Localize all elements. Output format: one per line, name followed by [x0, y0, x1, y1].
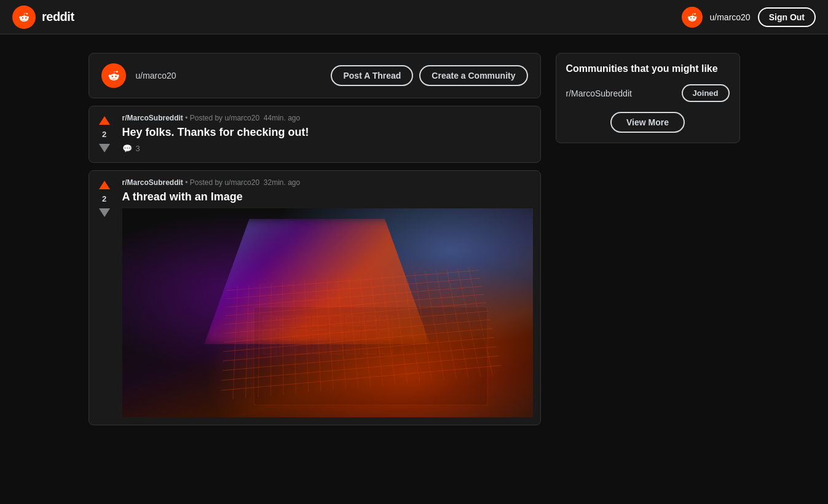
communities-title: Communities that you might like	[566, 63, 730, 74]
comment-icon: 💬	[122, 144, 132, 153]
post-inner: 2 r/MarcoSubreddit • Posted by u/marco20…	[89, 106, 540, 162]
downvote-icon-2	[99, 208, 110, 217]
post-meta: r/MarcoSubreddit • Posted by u/marco20 4…	[122, 114, 533, 122]
comment-count: 3	[136, 144, 140, 153]
svg-rect-24	[329, 344, 343, 354]
svg-rect-7	[313, 316, 326, 326]
navbar-right: u/marco20 Sign Out	[682, 7, 816, 28]
svg-rect-16	[329, 330, 343, 340]
reddit-wordmark: reddit	[42, 10, 74, 24]
communities-card: Communities that you might like r/MarcoS…	[556, 53, 740, 143]
community-name[interactable]: r/MarcoSubreddit	[566, 89, 632, 98]
post-title[interactable]: Hey folks. Thanks for checking out!	[122, 126, 533, 139]
post-title-2[interactable]: A thread with an Image	[122, 191, 533, 203]
downvote-button[interactable]	[97, 141, 112, 155]
svg-rect-25	[346, 344, 360, 354]
upvote-icon	[99, 116, 110, 125]
svg-rect-4	[263, 316, 277, 326]
svg-rect-21	[280, 344, 293, 354]
sign-out-button[interactable]: Sign Out	[758, 7, 816, 27]
post-image	[122, 208, 533, 417]
svg-rect-5	[280, 316, 293, 326]
post-subreddit[interactable]: r/MarcoSubreddit	[122, 114, 183, 122]
svg-rect-9	[346, 316, 360, 326]
user-avatar	[101, 63, 126, 88]
post-comments: 💬 3	[122, 144, 533, 153]
post-content-2: r/MarcoSubreddit • Posted by u/marco20 3…	[120, 171, 540, 425]
svg-rect-13	[280, 330, 293, 340]
svg-rect-19	[379, 330, 393, 340]
svg-rect-12	[263, 330, 277, 340]
post-image-container	[122, 208, 533, 417]
post-meta-2: r/MarcoSubreddit • Posted by u/marco20 3…	[122, 178, 533, 187]
svg-rect-17	[346, 330, 360, 340]
vote-count-2: 2	[102, 194, 106, 203]
upvote-button[interactable]	[97, 114, 112, 127]
svg-rect-14	[296, 330, 310, 340]
upvote-icon-2	[99, 181, 110, 189]
navbar-avatar	[682, 7, 703, 28]
community-row: r/MarcoSubreddit Joined	[566, 84, 730, 102]
header-actions: Post A Thread Create a Community	[331, 65, 527, 86]
navbar-left: reddit	[12, 6, 74, 29]
upvote-button-2[interactable]	[97, 178, 112, 192]
create-community-button[interactable]: Create a Community	[419, 65, 527, 86]
svg-rect-10	[363, 316, 376, 326]
svg-rect-27	[379, 344, 393, 354]
post-card-image: 2 r/MarcoSubreddit • Posted by u/marco20…	[89, 170, 541, 425]
post-thread-button[interactable]: Post A Thread	[331, 65, 413, 86]
svg-rect-22	[296, 344, 310, 354]
header-bar-username: u/marco20	[136, 71, 321, 81]
user-header-bar: u/marco20 Post A Thread Create a Communi…	[89, 53, 541, 98]
post-inner-image: 2 r/MarcoSubreddit • Posted by u/marco20…	[89, 171, 540, 425]
reddit-logo-icon[interactable]	[12, 6, 36, 29]
post-subreddit-2[interactable]: r/MarcoSubreddit	[122, 178, 183, 187]
vote-column-2: 2	[89, 171, 120, 227]
sidebar: Communities that you might like r/MarcoS…	[556, 53, 740, 143]
svg-rect-8	[329, 316, 343, 326]
svg-rect-23	[313, 344, 326, 354]
post-content: r/MarcoSubreddit • Posted by u/marco20 4…	[120, 106, 540, 160]
navbar-username: u/marco20	[710, 12, 751, 22]
svg-rect-11	[379, 316, 393, 326]
vote-column: 2	[89, 106, 120, 162]
svg-rect-26	[363, 344, 376, 354]
view-more-button[interactable]: View More	[610, 112, 685, 133]
svg-rect-15	[313, 330, 326, 340]
main-container: u/marco20 Post A Thread Create a Communi…	[76, 34, 752, 444]
svg-rect-20	[263, 344, 277, 354]
svg-rect-6	[296, 316, 310, 326]
svg-rect-18	[363, 330, 376, 340]
navbar: reddit u/marco20 Sign Out	[0, 0, 828, 34]
downvote-button-2[interactable]	[97, 206, 112, 219]
joined-button[interactable]: Joined	[682, 84, 730, 102]
vote-count: 2	[102, 130, 106, 139]
post-card: 2 r/MarcoSubreddit • Posted by u/marco20…	[89, 106, 541, 163]
downvote-icon	[99, 144, 110, 152]
feed-section: u/marco20 Post A Thread Create a Communi…	[89, 53, 541, 425]
